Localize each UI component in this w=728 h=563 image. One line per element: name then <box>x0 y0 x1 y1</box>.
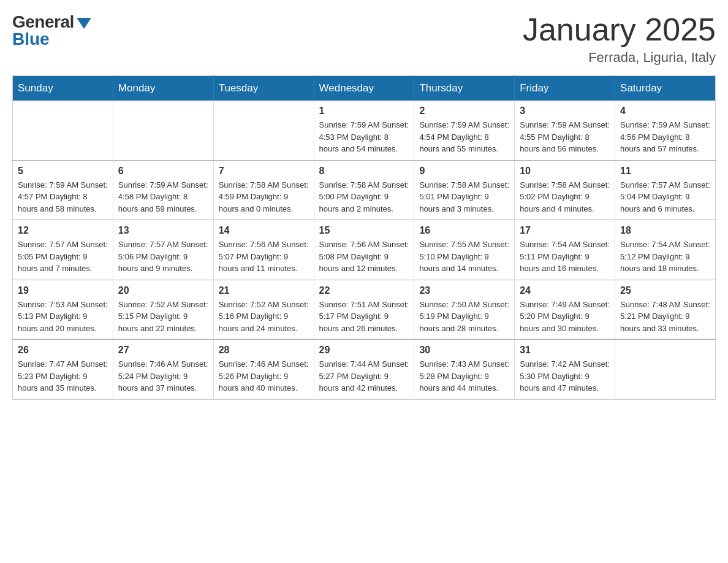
calendar-cell: 11Sunrise: 7:57 AM Sunset: 5:04 PM Dayli… <box>615 160 716 220</box>
calendar-cell: 21Sunrise: 7:52 AM Sunset: 5:16 PM Dayli… <box>213 280 314 340</box>
calendar-title: January 2025 <box>523 12 716 47</box>
calendar-cell: 12Sunrise: 7:57 AM Sunset: 5:05 PM Dayli… <box>13 220 113 280</box>
day-info: Sunrise: 7:52 AM Sunset: 5:15 PM Dayligh… <box>118 299 208 335</box>
day-number: 30 <box>419 345 509 356</box>
day-info: Sunrise: 7:49 AM Sunset: 5:20 PM Dayligh… <box>520 299 610 335</box>
calendar-cell <box>615 340 716 400</box>
day-info: Sunrise: 7:58 AM Sunset: 5:00 PM Dayligh… <box>319 179 409 215</box>
day-info: Sunrise: 7:58 AM Sunset: 5:01 PM Dayligh… <box>419 179 509 215</box>
calendar-cell: 13Sunrise: 7:57 AM Sunset: 5:06 PM Dayli… <box>113 220 213 280</box>
day-info: Sunrise: 7:46 AM Sunset: 5:26 PM Dayligh… <box>219 358 309 394</box>
day-number: 24 <box>520 285 610 296</box>
day-number: 4 <box>620 105 710 117</box>
calendar-subtitle: Ferrada, Liguria, Italy <box>523 50 716 66</box>
calendar-cell: 20Sunrise: 7:52 AM Sunset: 5:15 PM Dayli… <box>113 280 213 340</box>
day-info: Sunrise: 7:59 AM Sunset: 4:54 PM Dayligh… <box>419 119 509 155</box>
calendar-cell: 28Sunrise: 7:46 AM Sunset: 5:26 PM Dayli… <box>213 340 314 400</box>
day-number: 10 <box>520 166 610 177</box>
day-number: 23 <box>419 285 509 296</box>
day-info: Sunrise: 7:56 AM Sunset: 5:07 PM Dayligh… <box>219 239 309 275</box>
day-info: Sunrise: 7:42 AM Sunset: 5:30 PM Dayligh… <box>520 358 610 394</box>
logo-blue-text: Blue <box>12 29 50 49</box>
calendar-cell: 9Sunrise: 7:58 AM Sunset: 5:01 PM Daylig… <box>414 160 515 220</box>
day-number: 19 <box>18 285 108 296</box>
calendar-cell: 5Sunrise: 7:59 AM Sunset: 4:57 PM Daylig… <box>13 160 113 220</box>
day-number: 11 <box>620 166 710 177</box>
calendar-cell <box>213 101 314 160</box>
day-number: 28 <box>219 345 309 356</box>
logo-triangle-icon <box>77 18 91 29</box>
calendar-cell <box>113 101 213 160</box>
day-info: Sunrise: 7:58 AM Sunset: 4:59 PM Dayligh… <box>219 179 309 215</box>
day-number: 3 <box>520 105 610 117</box>
week-row-2: 5Sunrise: 7:59 AM Sunset: 4:57 PM Daylig… <box>13 160 716 220</box>
page-header: General Blue January 2025 Ferrada, Ligur… <box>12 12 716 66</box>
calendar-cell: 4Sunrise: 7:59 AM Sunset: 4:56 PM Daylig… <box>615 101 716 160</box>
calendar-cell: 14Sunrise: 7:56 AM Sunset: 5:07 PM Dayli… <box>213 220 314 280</box>
calendar-cell: 8Sunrise: 7:58 AM Sunset: 5:00 PM Daylig… <box>314 160 414 220</box>
day-info: Sunrise: 7:50 AM Sunset: 5:19 PM Dayligh… <box>419 299 509 335</box>
weekday-header-row: SundayMondayTuesdayWednesdayThursdayFrid… <box>13 76 716 101</box>
calendar-cell: 2Sunrise: 7:59 AM Sunset: 4:54 PM Daylig… <box>414 101 515 160</box>
day-number: 7 <box>219 166 309 177</box>
calendar-cell: 15Sunrise: 7:56 AM Sunset: 5:08 PM Dayli… <box>314 220 414 280</box>
day-info: Sunrise: 7:54 AM Sunset: 5:12 PM Dayligh… <box>620 239 710 275</box>
weekday-header-monday: Monday <box>113 76 213 101</box>
day-info: Sunrise: 7:46 AM Sunset: 5:24 PM Dayligh… <box>118 358 208 394</box>
day-number: 8 <box>319 166 409 177</box>
day-info: Sunrise: 7:57 AM Sunset: 5:06 PM Dayligh… <box>118 239 208 275</box>
day-info: Sunrise: 7:57 AM Sunset: 5:04 PM Dayligh… <box>620 179 710 215</box>
calendar-cell: 29Sunrise: 7:44 AM Sunset: 5:27 PM Dayli… <box>314 340 414 400</box>
calendar-cell: 27Sunrise: 7:46 AM Sunset: 5:24 PM Dayli… <box>113 340 213 400</box>
calendar-cell: 3Sunrise: 7:59 AM Sunset: 4:55 PM Daylig… <box>515 101 615 160</box>
calendar-cell: 6Sunrise: 7:59 AM Sunset: 4:58 PM Daylig… <box>113 160 213 220</box>
weekday-header-tuesday: Tuesday <box>213 76 314 101</box>
calendar-cell: 10Sunrise: 7:58 AM Sunset: 5:02 PM Dayli… <box>515 160 615 220</box>
calendar-cell: 25Sunrise: 7:48 AM Sunset: 5:21 PM Dayli… <box>615 280 716 340</box>
calendar-cell: 23Sunrise: 7:50 AM Sunset: 5:19 PM Dayli… <box>414 280 515 340</box>
calendar-cell: 16Sunrise: 7:55 AM Sunset: 5:10 PM Dayli… <box>414 220 515 280</box>
calendar-cell: 18Sunrise: 7:54 AM Sunset: 5:12 PM Dayli… <box>615 220 716 280</box>
day-number: 18 <box>620 225 710 236</box>
weekday-header-saturday: Saturday <box>615 76 716 101</box>
day-info: Sunrise: 7:57 AM Sunset: 5:05 PM Dayligh… <box>18 239 108 275</box>
week-row-5: 26Sunrise: 7:47 AM Sunset: 5:23 PM Dayli… <box>13 340 716 400</box>
week-row-4: 19Sunrise: 7:53 AM Sunset: 5:13 PM Dayli… <box>13 280 716 340</box>
day-number: 16 <box>419 225 509 236</box>
calendar-cell: 22Sunrise: 7:51 AM Sunset: 5:17 PM Dayli… <box>314 280 414 340</box>
day-info: Sunrise: 7:44 AM Sunset: 5:27 PM Dayligh… <box>319 358 409 394</box>
calendar-table: SundayMondayTuesdayWednesdayThursdayFrid… <box>12 75 716 400</box>
day-number: 31 <box>520 345 610 356</box>
day-info: Sunrise: 7:56 AM Sunset: 5:08 PM Dayligh… <box>319 239 409 275</box>
day-number: 26 <box>18 345 108 356</box>
day-number: 13 <box>118 225 208 236</box>
logo: General Blue <box>12 12 91 49</box>
weekday-header-thursday: Thursday <box>414 76 515 101</box>
calendar-cell: 30Sunrise: 7:43 AM Sunset: 5:28 PM Dayli… <box>414 340 515 400</box>
day-info: Sunrise: 7:59 AM Sunset: 4:58 PM Dayligh… <box>118 179 208 215</box>
day-info: Sunrise: 7:48 AM Sunset: 5:21 PM Dayligh… <box>620 299 710 335</box>
day-number: 5 <box>18 166 108 177</box>
calendar-cell: 17Sunrise: 7:54 AM Sunset: 5:11 PM Dayli… <box>515 220 615 280</box>
day-info: Sunrise: 7:55 AM Sunset: 5:10 PM Dayligh… <box>419 239 509 275</box>
day-number: 22 <box>319 285 409 296</box>
calendar-cell: 7Sunrise: 7:58 AM Sunset: 4:59 PM Daylig… <box>213 160 314 220</box>
day-info: Sunrise: 7:59 AM Sunset: 4:57 PM Dayligh… <box>18 179 108 215</box>
day-number: 20 <box>118 285 208 296</box>
day-number: 9 <box>419 166 509 177</box>
calendar-cell: 26Sunrise: 7:47 AM Sunset: 5:23 PM Dayli… <box>13 340 113 400</box>
day-number: 1 <box>319 105 409 117</box>
calendar-cell: 31Sunrise: 7:42 AM Sunset: 5:30 PM Dayli… <box>515 340 615 400</box>
day-info: Sunrise: 7:59 AM Sunset: 4:56 PM Dayligh… <box>620 119 710 155</box>
day-number: 6 <box>118 166 208 177</box>
weekday-header-friday: Friday <box>515 76 615 101</box>
day-info: Sunrise: 7:51 AM Sunset: 5:17 PM Dayligh… <box>319 299 409 335</box>
day-info: Sunrise: 7:54 AM Sunset: 5:11 PM Dayligh… <box>520 239 610 275</box>
day-info: Sunrise: 7:58 AM Sunset: 5:02 PM Dayligh… <box>520 179 610 215</box>
day-number: 29 <box>319 345 409 356</box>
day-number: 27 <box>118 345 208 356</box>
weekday-header-sunday: Sunday <box>13 76 113 101</box>
calendar-cell: 19Sunrise: 7:53 AM Sunset: 5:13 PM Dayli… <box>13 280 113 340</box>
day-info: Sunrise: 7:53 AM Sunset: 5:13 PM Dayligh… <box>18 299 108 335</box>
day-info: Sunrise: 7:47 AM Sunset: 5:23 PM Dayligh… <box>18 358 108 394</box>
